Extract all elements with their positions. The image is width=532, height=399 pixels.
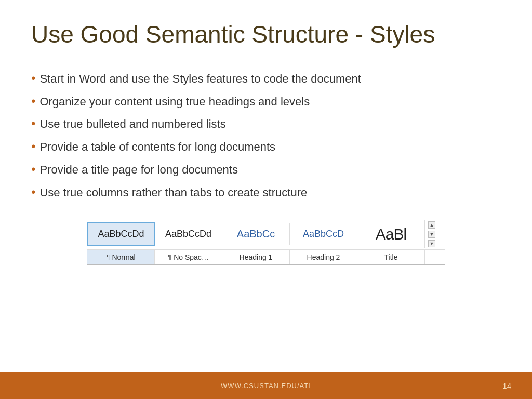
styles-box: AaBbCcDd AaBbCcDd AaBbCc AaBbCcD AaBl ▲ … [87,219,445,265]
styles-top-row: AaBbCcDd AaBbCcDd AaBbCc AaBbCcD AaBl ▲ … [87,219,445,250]
style-heading1-preview[interactable]: AaBbCc [222,223,290,245]
label-heading2-text: Heading 2 [307,253,340,261]
style-heading2-preview[interactable]: AaBbCcD [290,223,357,245]
scroll-more-arrow[interactable]: ▼ [428,240,435,247]
label-nospace-text: No Spac… [174,253,209,261]
label-normal[interactable]: ¶ Normal [87,250,155,264]
label-heading1[interactable]: Heading 1 [222,250,290,264]
style-normal-preview[interactable]: AaBbCcDd [87,222,155,246]
style-scroll-arrows: ▲ ▼ ▼ [425,219,438,249]
list-item: Organize your content using true heading… [31,92,501,110]
slide-content: Use Good Semantic Structure - Styles Sta… [0,0,532,372]
list-item: Use true bulleted and numbered lists [31,115,501,132]
label-title-text: Title [384,253,398,261]
label-heading2[interactable]: Heading 2 [290,250,357,264]
para-mark-nospace: ¶ [168,253,171,261]
style-title-preview[interactable]: AaBl [357,220,425,248]
bullet-list: Start in Word and use the Styles feature… [31,70,501,201]
title-divider [31,58,501,58]
label-nospace[interactable]: ¶ No Spac… [155,250,222,264]
para-mark-normal: ¶ [106,253,110,261]
scroll-down-arrow[interactable]: ▼ [428,231,435,238]
scroll-up-arrow[interactable]: ▲ [428,221,435,229]
footer-url: WWW.CSUSTAN.EDU/ATI [221,382,311,390]
label-heading1-text: Heading 1 [240,253,273,261]
list-item: Provide a title page for long documents [31,161,501,178]
label-normal-text: Normal [112,253,135,261]
styles-bottom-row: ¶ Normal ¶ No Spac… Heading 1 Heading 2 … [87,250,445,264]
list-item: Use true columns rather than tabs to cre… [31,183,501,201]
label-title[interactable]: Title [357,250,425,264]
footer: WWW.CSUSTAN.EDU/ATI 14 [0,372,532,399]
list-item: Provide a table of contents for long doc… [31,138,501,155]
list-item: Start in Word and use the Styles feature… [31,70,501,87]
styles-panel-container: AaBbCcDd AaBbCcDd AaBbCc AaBbCcD AaBl ▲ … [31,219,501,265]
style-nospace-preview[interactable]: AaBbCcDd [155,223,222,245]
slide-title: Use Good Semantic Structure - Styles [31,21,501,48]
footer-page: 14 [502,381,511,390]
